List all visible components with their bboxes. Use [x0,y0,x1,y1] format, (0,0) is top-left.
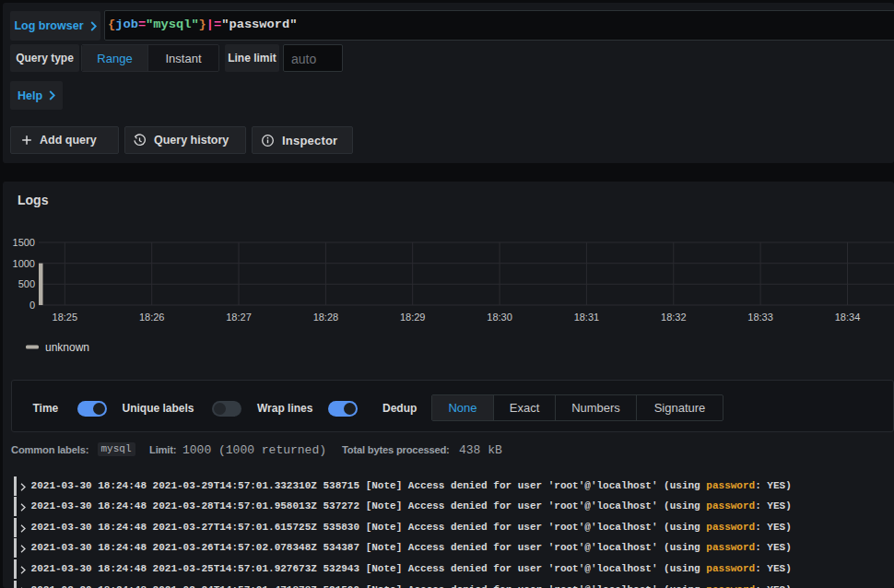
svg-text:18:26: 18:26 [139,312,165,323]
svg-text:18:28: 18:28 [313,312,339,323]
svg-text:18:34: 18:34 [835,312,861,323]
svg-text:18:25: 18:25 [53,312,78,323]
svg-text:18:32: 18:32 [661,312,687,323]
svg-text:18:31: 18:31 [574,312,600,323]
svg-text:unknown: unknown [45,341,89,354]
svg-text:500: 500 [18,278,35,289]
svg-text:1500: 1500 [13,237,35,248]
svg-text:18:30: 18:30 [487,312,512,323]
svg-text:1000: 1000 [13,258,35,269]
svg-text:18:29: 18:29 [400,312,426,323]
svg-text:18:33: 18:33 [747,312,773,323]
svg-text:18:27: 18:27 [226,312,252,323]
svg-text:0: 0 [29,300,35,311]
